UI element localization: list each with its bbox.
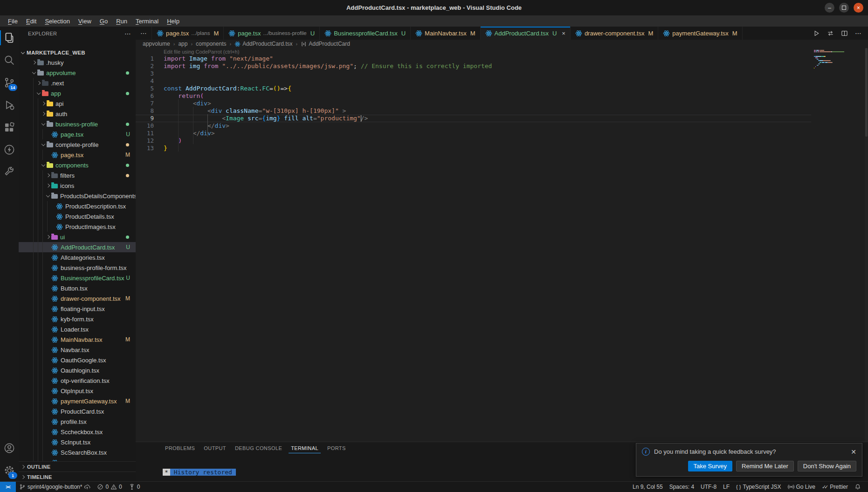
tree-file-ScSearchBox.tsx[interactable]: ScSearchBox.tsx [19,447,136,457]
tree-file-otp-verification.tsx[interactable]: otp-verification.tsx [19,375,136,386]
tree-folder-filters[interactable]: filters [19,170,136,180]
notification-close-icon[interactable]: ✕ [851,448,856,456]
menu-terminal[interactable]: Terminal [131,18,163,25]
tree-file-BusinessprofileCard.tsx[interactable]: BusinessprofileCard.tsxU [19,273,136,283]
activity-settings[interactable]: 1 [0,459,19,482]
tree-folder-appvolume[interactable]: appvolume [19,68,136,78]
more-actions-button[interactable]: ⋯ [855,29,861,37]
tree-folder-complete-profile[interactable]: complete-profile [19,139,136,150]
tree-folder-components[interactable]: components [19,160,136,170]
cursor-position[interactable]: Ln 9, Col 55 [629,482,666,492]
panel-tab-problems[interactable]: PROBLEMS [163,443,197,453]
tree-folder-api[interactable]: api [19,98,136,109]
tree-folder-auth[interactable]: auth [19,109,136,119]
tree-file-partial-item[interactable] [19,457,136,461]
activity-accounts[interactable] [0,437,19,459]
menu-selection[interactable]: Selection [41,18,74,25]
breadcrumb-item[interactable]: components [196,41,226,47]
panel-tab-terminal[interactable]: TERMINAL [289,443,321,453]
tree-file-Loader.tsx[interactable]: Loader.tsx [19,324,136,334]
tree-file-MainNavbar.tsx[interactable]: MainNavbar.tsxM [19,334,136,345]
tree-file-paymentGateway.tsx[interactable]: paymentGateway.tsxM [19,396,136,406]
editor-scrollbar[interactable] [865,48,868,442]
tree-file-page.tsx[interactable]: page.tsxU [19,129,136,139]
git-branch-status[interactable]: sprint4/google-button* [16,482,94,492]
activity-search[interactable] [0,49,19,71]
menu-edit[interactable]: Edit [22,18,41,25]
minimize-button[interactable]: – [825,3,834,13]
open-changes-button[interactable] [827,30,834,37]
editor-scrollbar-thumb[interactable] [865,48,868,137]
tab-MainNavbar.tsx[interactable]: MainNavbar.tsxM [411,27,480,40]
take-survey-button[interactable]: Take Survey [688,461,733,471]
explorer-more-actions-icon[interactable]: ⋯ [124,30,131,37]
breadcrumb-item[interactable]: AddProductCard.tsx [234,41,292,47]
indentation[interactable]: Spaces: 4 [666,482,697,492]
tree-file-Sccheckbox.tsx[interactable]: Sccheckbox.tsx [19,427,136,437]
close-button[interactable]: × [854,3,863,13]
menu-view[interactable]: View [74,18,96,25]
tree-folder-.next[interactable]: .next [19,78,136,88]
menu-go[interactable]: Go [96,18,112,25]
section-timeline[interactable]: TIMELINE [19,471,136,482]
split-editor-button[interactable] [841,30,848,37]
tree-file-ScInput.tsx[interactable]: ScInput.tsx [19,437,136,447]
tree-file-floating-input.tsx[interactable]: floating-input.tsx [19,304,136,314]
activity-run-and-debug[interactable] [0,94,19,116]
section-outline[interactable]: OUTLINE [19,461,136,472]
tree-folder-ProductsDetailsComponents[interactable]: ProductsDetailsComponents [19,191,136,201]
tree-file-OtpInput.tsx[interactable]: OtpInput.tsx [19,386,136,396]
notifications-bell[interactable] [851,482,864,492]
tree-folder-icons[interactable]: icons [19,180,136,191]
tree-file-ProductDetails.tsx[interactable]: ProductDetails.tsx [19,211,136,222]
menu-file[interactable]: File [4,18,22,25]
don-t-show-again-button[interactable]: Don't Show Again [798,461,856,471]
activity-explorer[interactable] [0,27,19,49]
tab-page.tsx[interactable]: page.tsx.../business-profileU [224,27,320,40]
tree-folder-.husky[interactable]: .husky [19,57,136,68]
activity-extensions[interactable] [0,116,19,139]
panel-tab-debug-console[interactable]: DEBUG CONSOLE [233,443,284,453]
restore-button[interactable] [839,3,849,13]
tree-file-ProductCard.tsx[interactable]: ProductCard.tsx [19,406,136,416]
menu-help[interactable]: Help [163,18,184,25]
activity-thunder-client[interactable] [0,139,19,161]
menu-run[interactable]: Run [112,18,131,25]
encoding[interactable]: UTF-8 [697,482,720,492]
tree-file-ProductImages.tsx[interactable]: ProductImages.tsx [19,222,136,232]
breadcrumb-item[interactable]: AddProductCard [301,41,350,47]
tree-folder-business-profile[interactable]: business-profile [19,119,136,129]
tree-folder-app[interactable]: app [19,88,136,98]
activity-source-control[interactable]: 14 [0,71,19,94]
close-icon[interactable]: × [562,30,565,37]
go-live[interactable]: Go Live [785,482,819,492]
workspace-root-folder[interactable]: MARKETPLACE_WEB [19,48,136,57]
remote-indicator[interactable]: >< [0,482,16,492]
tree-file-OauthGoogle.tsx[interactable]: OauthGoogle.tsx [19,355,136,365]
panel-tab-ports[interactable]: PORTS [325,443,348,453]
tree-file-ProductDescription.tsx[interactable]: ProductDescription.tsx [19,201,136,211]
activity-tools[interactable] [0,161,19,183]
tree-file-Allcategories.tsx[interactable]: Allcategories.tsx [19,252,136,263]
minimap[interactable] [814,50,864,69]
tree-file-AddProductCard.tsx[interactable]: AddProductCard.tsxU [19,242,136,252]
breadcrumb-item[interactable]: app [178,41,187,47]
tree-file-kyb-form.tsx[interactable]: kyb-form.tsx [19,314,136,324]
tab-overflow-button[interactable]: ⋯ [136,27,152,40]
ports-status[interactable]: 0 [125,482,144,492]
prettier[interactable]: ✓✓Prettier [819,482,851,492]
tab-page.tsx[interactable]: page.tsx.../plansM [152,27,224,40]
run-code-button[interactable] [813,30,820,37]
tree-file-Button.tsx[interactable]: Button.tsx [19,283,136,293]
breadcrumb-item[interactable]: appvolume [143,41,170,47]
tree-file-Oauthlogin.tsx[interactable]: Oauthlogin.tsx [19,365,136,375]
tab-BusinessprofileCard.tsx[interactable]: BusinessprofileCard.tsxU [320,27,411,40]
tab-AddProductCard.tsx[interactable]: AddProductCard.tsxU× [481,27,571,40]
code-editor[interactable]: Edit file using CodeParrot (ctrl+h) 1imp… [136,48,868,442]
panel-tab-output[interactable]: OUTPUT [201,443,228,453]
remind-me-later-button[interactable]: Remind Me Later [736,461,794,471]
tree-file-Navbar.tsx[interactable]: Navbar.tsx [19,345,136,355]
tab-drawer-component.tsx[interactable]: drawer-component.tsxM [571,27,658,40]
eol-sequence[interactable]: LF [720,482,733,492]
tree-file-drawer-component.tsx[interactable]: drawer-component.tsxM [19,293,136,304]
